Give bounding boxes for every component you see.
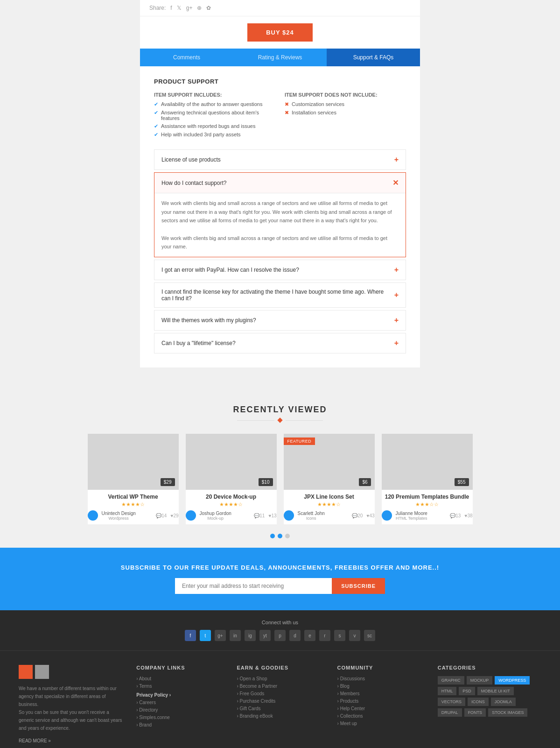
faq-question-5: Will the themes work with my plugins?	[161, 317, 256, 324]
social-skype[interactable]: s	[334, 630, 345, 641]
faq-header-3[interactable]: I got an error with PayPal. How can I re…	[154, 260, 406, 280]
author-avatar-3	[284, 510, 294, 521]
faq-header-6[interactable]: Can I buy a "lifetime" license? +	[154, 333, 406, 353]
cat-fonts[interactable]: FONTS	[464, 708, 486, 717]
faq-item-5: Will the themes work with my plugins? +	[154, 310, 406, 331]
twitter-icon[interactable]: 𝕏	[177, 5, 182, 11]
faq-header-5[interactable]: Will the themes work with my plugins? +	[154, 310, 406, 330]
rv-diamond	[277, 417, 282, 423]
cat-psd[interactable]: PSD	[459, 687, 475, 695]
cat-html[interactable]: HTML	[438, 687, 457, 695]
faq-question-1: License of use products	[161, 156, 221, 163]
product-price-3: $6	[359, 478, 371, 486]
social-youtube[interactable]: yt	[259, 630, 271, 641]
social-vimeo[interactable]: v	[349, 630, 360, 641]
meta-stats-3: 💬20 ♥43	[352, 513, 374, 518]
support-section-title: PRODUCT SUPPORT	[154, 78, 406, 85]
footer-link-simples[interactable]: Simples.conne	[136, 715, 223, 720]
dot-2[interactable]	[278, 534, 282, 538]
social-email[interactable]: e	[304, 630, 315, 641]
reddit-icon[interactable]: ✿	[206, 5, 211, 11]
cat-icons[interactable]: ICONS	[468, 698, 489, 706]
social-soundcloud[interactable]: sc	[364, 630, 375, 641]
x-icon-2: ✖	[285, 110, 289, 116]
cat-stock-images[interactable]: STOCK IMAGES	[488, 708, 527, 717]
cat-graphic[interactable]: GRAPHIC	[438, 676, 464, 684]
product-info-1: Vertical WP Theme ★★★★☆ Unintech Design …	[88, 490, 179, 524]
footer-link-members[interactable]: Members	[337, 691, 424, 696]
footer-link-open-shop[interactable]: Open a Shop	[237, 676, 323, 681]
dot-3[interactable]	[285, 534, 290, 538]
faq-toggle-5: +	[394, 316, 399, 325]
footer-link-about[interactable]: About	[136, 676, 223, 681]
social-icons: f t g+ in ig yt p d e r s v sc	[9, 630, 551, 641]
product-card-4[interactable]: $55 120 Premium Templates Bundle ★★★☆☆ J…	[382, 434, 473, 524]
faq-header-4[interactable]: I cannot find the license key for activa…	[154, 283, 406, 307]
footer-link-discussions[interactable]: Discussions	[337, 676, 424, 681]
product-name-1: Vertical WP Theme	[88, 494, 179, 500]
faq-header-2[interactable]: How do I contact support? ✕	[154, 173, 406, 193]
footer-link-products[interactable]: Products	[337, 699, 424, 704]
cat-joomla[interactable]: JOOMLA	[491, 698, 516, 706]
product-meta-1: Unintech Design Wordpress 💬14 ♥29	[88, 510, 179, 521]
cat-wordpress[interactable]: WORDPRESS	[495, 676, 530, 684]
subscribe-button[interactable]: SUBSCRIBE	[332, 578, 385, 594]
author-avatar-1	[88, 510, 98, 521]
footer-link-collections[interactable]: Collections	[337, 713, 424, 719]
footer-link-directory[interactable]: Directory	[136, 707, 223, 713]
social-pinterest[interactable]: p	[274, 630, 286, 641]
faq-header-1[interactable]: License of use products +	[154, 150, 406, 169]
footer-link-meetup[interactable]: Meet up	[337, 721, 424, 726]
product-stars-3: ★★★★☆	[284, 501, 375, 508]
faq-item-2: How do I contact support? ✕ We work with…	[154, 172, 406, 257]
faq-toggle-2: ✕	[392, 178, 399, 187]
footer-link-purchase-credits[interactable]: Purchase Credits	[237, 699, 323, 704]
recently-viewed-title: RECENTLY VIEWED	[0, 405, 560, 415]
footer-link-brand[interactable]: Brand	[136, 722, 223, 727]
footer-privacy-policy[interactable]: Privacy Policy ›	[136, 692, 223, 698]
buy-button[interactable]: BUY $24	[247, 23, 313, 42]
social-instagram[interactable]: ig	[245, 630, 256, 641]
author-info-1: Unintech Design Wordpress	[102, 511, 136, 521]
product-card-2[interactable]: $10 20 Device Mock-up ★★★★☆ Joshup Gordo…	[186, 434, 277, 524]
footer-link-blog[interactable]: Blog	[337, 684, 424, 689]
social-rss[interactable]: r	[319, 630, 330, 641]
googleplus-icon[interactable]: g+	[186, 5, 193, 11]
subscribe-email-input[interactable]	[175, 578, 332, 594]
tab-rating-reviews[interactable]: Rating & Reviews	[233, 49, 327, 66]
faq-body-2: We work with clients big and small acros…	[154, 193, 406, 257]
social-dribbble[interactable]: d	[289, 630, 301, 641]
cat-mobile-ui[interactable]: MOBILE UI KIT	[477, 687, 514, 695]
facebook-icon[interactable]: f	[170, 5, 172, 11]
footer-link-terms[interactable]: Terms	[136, 684, 223, 689]
footer-link-partner[interactable]: Become a Partner	[237, 684, 323, 689]
logo-square-grey	[35, 665, 49, 679]
footer-link-free-goods[interactable]: Free Goods	[237, 691, 323, 696]
stat-likes-3: ♥43	[366, 513, 374, 518]
footer-link-branding[interactable]: Branding eBook	[237, 713, 323, 719]
footer-read-more-link[interactable]: READ MORE »	[19, 738, 51, 743]
dot-1[interactable]	[270, 534, 275, 538]
check-icon-1: ✔	[154, 101, 158, 107]
includes-title: ITEM SUPPORT INCLUDES:	[154, 92, 275, 98]
category-tags: GRAPHIC MOCKUP WORDPRESS HTML PSD MOBILE…	[438, 676, 541, 717]
tab-comments[interactable]: Comments	[140, 49, 233, 66]
cat-mockup[interactable]: MOCKUP	[467, 676, 493, 684]
footer-link-help-center[interactable]: Help Center	[337, 706, 424, 711]
not-include-text-1: Customization services	[292, 101, 344, 107]
faq-toggle-1: +	[394, 155, 399, 164]
cat-drupal[interactable]: DRUPAL	[438, 708, 462, 717]
tab-support-faqs[interactable]: Support & FAQs	[327, 49, 420, 66]
product-card-1[interactable]: $29 Vertical WP Theme ★★★★☆ Unintech Des…	[88, 434, 179, 524]
support-include-1: ✔ Availability of the author to answer q…	[154, 101, 275, 107]
footer-link-gift-cards[interactable]: Gift Cards	[237, 706, 323, 711]
product-card-3[interactable]: FEATURED $6 JPX Line Icons Set ★★★★☆ Sca…	[284, 434, 375, 524]
pinterest-icon[interactable]: ⊕	[197, 5, 202, 11]
social-twitter[interactable]: t	[200, 630, 211, 641]
cat-vectors[interactable]: VECTORS	[438, 698, 465, 706]
footer-link-careers[interactable]: Careers	[136, 700, 223, 705]
social-googleplus[interactable]: g+	[215, 630, 226, 641]
social-linkedin[interactable]: in	[230, 630, 241, 641]
social-facebook[interactable]: f	[185, 630, 196, 641]
include-text-2: Answering technical questions about item…	[161, 110, 275, 121]
